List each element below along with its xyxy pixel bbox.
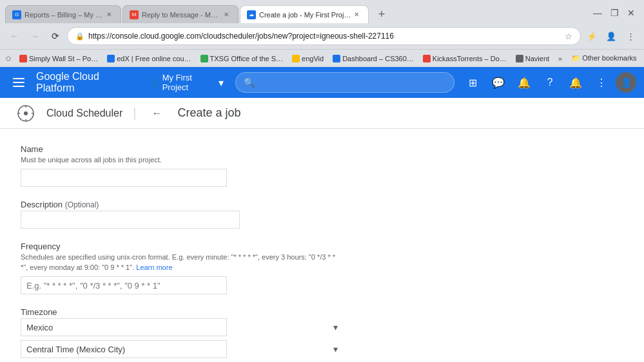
other-bookmarks-label: 📁 Other bookmarks — [571, 54, 636, 62]
frequency-input[interactable] — [21, 276, 227, 294]
close-button[interactable]: ✕ — [623, 5, 639, 21]
tab1-favicon: G — [12, 10, 21, 19]
frequency-label: Frequency — [21, 242, 343, 251]
top-navigation: Google Cloud Platform 👤 My First Project… — [0, 67, 644, 98]
bookmarks-bar: ✩ Simply Wall St – Po… edX | Free online… — [0, 49, 644, 67]
tab2-favicon: M — [130, 10, 139, 19]
nav-right-actions: ⊞ 💬 🔔 ? 🔔 ⋮ 👤 — [461, 71, 636, 94]
reload-button[interactable]: ⟳ — [46, 27, 64, 45]
main-content: Name Must be unique across all jobs in t… — [0, 129, 644, 362]
search-box[interactable]: 🔍 — [235, 72, 454, 93]
page-header: Cloud Scheduler | ← Create a job — [0, 98, 644, 129]
name-field-group: Name Must be unique across all jobs in t… — [21, 144, 343, 187]
bookmark-1[interactable]: Simply Wall St – Po… — [15, 53, 102, 64]
browser-tab-1[interactable]: G Reports – Billing – My First Pro… ✕ — [5, 5, 121, 23]
svg-rect-2 — [13, 86, 24, 87]
header-divider: | — [133, 106, 136, 120]
timezone-primary-select-wrapper: Mexico UTC America/New_York ▾ — [21, 318, 343, 336]
frequency-hint-text: Schedules are specified using unix-cron … — [21, 253, 335, 271]
bookmarks-more-button[interactable]: » — [554, 53, 566, 64]
bookmarks-label: ✩ — [5, 54, 12, 63]
timezone-field-group: Timezone Mexico UTC America/New_York ▾ C… — [21, 307, 343, 358]
help-button[interactable]: ? — [538, 71, 561, 94]
chat-button[interactable]: 💬 — [487, 71, 510, 94]
tab1-title: Reports – Billing – My First Pro… — [24, 11, 104, 19]
bookmark-2[interactable]: edX | Free online cou… — [103, 53, 195, 64]
project-chevron-icon: ▾ — [219, 77, 224, 89]
page-title: Create a job — [178, 106, 241, 120]
description-field-group: Description (Optional) — [21, 200, 343, 229]
tab3-close[interactable]: ✕ — [351, 10, 362, 20]
project-name: My First Project — [162, 73, 216, 92]
bookmark-5[interactable]: Dashboard – CS360… — [329, 53, 418, 64]
url-text: https://console.cloud.google.com/cloudsc… — [88, 32, 561, 41]
bookmark-4[interactable]: engVid — [288, 53, 327, 64]
grid-apps-button[interactable]: ⊞ — [461, 71, 484, 94]
timezone-primary-chevron-icon: ▾ — [333, 322, 338, 332]
description-label: Description (Optional) — [21, 200, 343, 209]
project-selector[interactable]: 👤 My First Project ▾ — [144, 70, 229, 95]
bookmark-6[interactable]: KickassTorrents – Do… — [419, 53, 511, 64]
timezone-sub-select[interactable]: Central Time (Mexico City) Pacific Time … — [21, 340, 227, 358]
bookmark-star-icon[interactable]: ☆ — [565, 32, 572, 41]
svg-point-4 — [24, 111, 28, 115]
svg-rect-0 — [13, 78, 24, 79]
account-icon[interactable]: 👤 — [603, 28, 620, 44]
cloud-scheduler-icon — [15, 103, 36, 124]
bookmark-4-label: engVid — [302, 55, 324, 62]
extensions-icon[interactable]: ⚡ — [583, 28, 600, 44]
bookmark-7-label: Navient — [525, 55, 549, 62]
name-hint: Must be unique across all jobs in this p… — [21, 155, 343, 165]
bookmark-6-label: KickassTorrents – Do… — [433, 55, 507, 62]
name-label: Name — [21, 144, 343, 154]
more-options-button[interactable]: ⋮ — [590, 71, 613, 94]
back-button[interactable]: ← — [147, 103, 168, 124]
frequency-hint: Schedules are specified using unix-cron … — [21, 252, 343, 272]
other-bookmarks[interactable]: 📁 Other bookmarks — [567, 53, 640, 64]
forward-nav-button[interactable]: → — [26, 27, 44, 45]
lock-icon: 🔒 — [75, 32, 84, 41]
tab3-favicon: ☁ — [247, 10, 256, 19]
name-input[interactable] — [21, 169, 227, 187]
tab2-close[interactable]: ✕ — [221, 10, 231, 20]
bookmark-3[interactable]: TXSG Office of the S… — [197, 53, 288, 64]
user-avatar[interactable]: 👤 — [616, 72, 636, 93]
tab3-title: Create a job - My First Project - C… — [259, 11, 351, 19]
timezone-label: Timezone — [21, 307, 343, 317]
description-optional-label: (Optional) — [65, 200, 99, 209]
bookmark-3-label: TXSG Office of the S… — [210, 55, 284, 62]
timezone-primary-select[interactable]: Mexico UTC America/New_York — [21, 318, 227, 336]
address-bar[interactable]: 🔒 https://console.cloud.google.com/cloud… — [67, 27, 581, 45]
tab1-close[interactable]: ✕ — [104, 10, 114, 20]
description-input[interactable] — [21, 211, 240, 229]
timezone-sub-select-wrapper: Central Time (Mexico City) Pacific Time … — [21, 340, 343, 358]
job-form: Name Must be unique across all jobs in t… — [21, 144, 343, 362]
bookmark-1-label: Simply Wall St – Po… — [29, 55, 98, 62]
notification-bell-button[interactable]: 🔔 — [512, 71, 536, 94]
bookmark-7[interactable]: Navient — [512, 53, 553, 64]
search-icon: 🔍 — [244, 77, 255, 88]
new-tab-button[interactable]: + — [373, 5, 391, 23]
back-nav-button[interactable]: ← — [5, 27, 23, 45]
gcp-logo: Google Cloud Platform — [36, 71, 135, 94]
svg-rect-1 — [13, 82, 24, 83]
browser-tab-2[interactable]: M Reply to Message - Magento Fo… ✕ — [122, 5, 239, 23]
gcp-logo-text: Google Cloud Platform — [36, 71, 99, 93]
browser-tab-3[interactable]: ☁ Create a job - My First Project - C… ✕ — [240, 5, 369, 23]
frequency-learn-more-link[interactable]: Learn more — [136, 263, 172, 271]
hamburger-menu-button[interactable] — [8, 71, 30, 94]
frequency-field-group: Frequency Schedules are specified using … — [21, 242, 343, 294]
timezone-sub-chevron-icon: ▾ — [333, 344, 338, 354]
service-name-label: Cloud Scheduler — [46, 108, 122, 119]
bookmark-5-label: Dashboard – CS360… — [342, 55, 414, 62]
tab2-title: Reply to Message - Magento Fo… — [142, 11, 221, 19]
alerts-button[interactable]: 🔔 — [564, 71, 587, 94]
bookmark-2-label: edX | Free online cou… — [117, 55, 191, 62]
restore-button[interactable]: ❐ — [607, 5, 622, 21]
nav-search-area: 🔍 — [235, 72, 454, 93]
menu-dots-icon[interactable]: ⋮ — [622, 28, 639, 44]
minimize-button[interactable]: — — [590, 5, 605, 21]
project-user-icon: 👤 — [149, 77, 160, 88]
